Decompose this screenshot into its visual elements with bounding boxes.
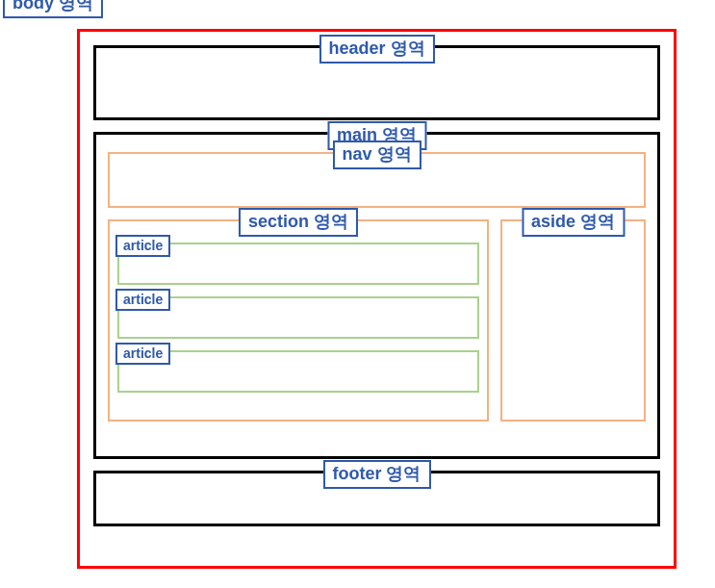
section-label: section 영역 <box>239 208 358 237</box>
aside-label: aside 영역 <box>522 208 625 237</box>
main-region: main 영역 nav 영역 section 영역 article articl… <box>93 132 660 459</box>
article-label: article <box>115 289 170 311</box>
header-region: header 영역 <box>93 45 660 120</box>
article-region: article <box>117 296 479 339</box>
aside-region: aside 영역 <box>500 219 646 422</box>
section-region: section 영역 article article article <box>108 219 489 422</box>
article-label: article <box>115 343 170 365</box>
body-region: body 영역 header 영역 main 영역 nav 영역 section… <box>77 29 677 569</box>
footer-label: footer 영역 <box>323 460 431 489</box>
nav-label: nav 영역 <box>332 141 421 169</box>
nav-region: nav 영역 <box>108 152 646 208</box>
body-label: body 영역 <box>3 0 103 18</box>
main-columns: section 영역 article article article aside… <box>108 219 646 422</box>
article-label: article <box>115 235 170 257</box>
header-label: header 영역 <box>319 35 434 64</box>
article-region: article <box>117 350 479 393</box>
footer-region: footer 영역 <box>93 471 660 526</box>
article-region: article <box>117 243 479 285</box>
